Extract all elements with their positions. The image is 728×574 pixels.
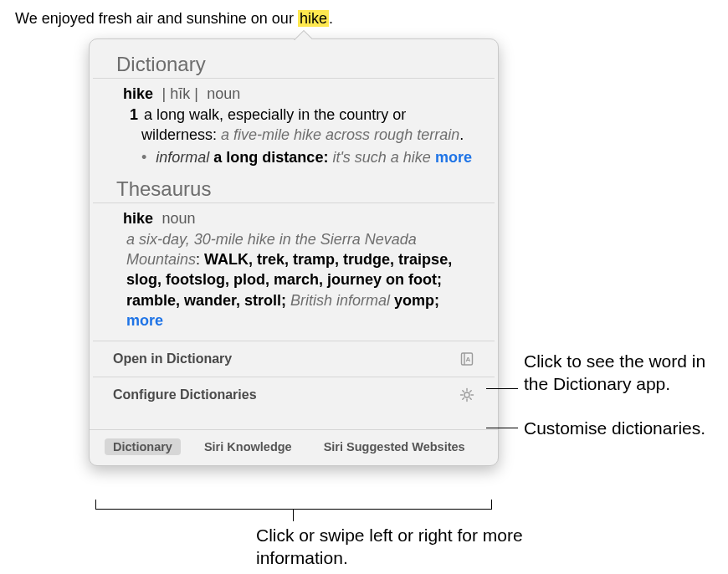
usage-label: informal	[156, 149, 209, 166]
thesaurus-brit-syn: yomp;	[390, 292, 439, 309]
svg-line-10	[470, 391, 472, 392]
sentence-prefix: We enjoyed fresh air and sunshine on our	[15, 10, 298, 27]
subsense-text: a long distance:	[209, 149, 332, 166]
thesaurus-colon: :	[196, 251, 204, 268]
thesaurus-part-of-speech: noun	[156, 210, 195, 227]
dictionary-app-icon: A	[459, 351, 474, 366]
def-period: .	[459, 126, 464, 143]
dictionary-word: hike	[123, 85, 153, 102]
configure-dictionaries-row[interactable]: Configure Dictionaries	[93, 377, 495, 413]
gear-icon	[459, 387, 474, 402]
popover-pointer	[294, 30, 312, 40]
source-tab-bar: Dictionary Siri Knowledge Siri Suggested…	[90, 429, 498, 465]
thesaurus-more-link[interactable]: more	[126, 312, 163, 329]
def-example: a five-mile hike across rough terrain	[221, 126, 459, 143]
thesaurus-body: a six-day, 30-mile hike in the Sierra Ne…	[123, 229, 474, 331]
sentence-suffix: .	[329, 10, 333, 27]
configure-dictionaries-label: Configure Dictionaries	[113, 387, 257, 402]
highlighted-word[interactable]: hike	[298, 10, 329, 27]
dictionary-definition-1: 1 a long walk, especially in the country…	[123, 105, 474, 146]
callout-dictionary-app: Click to see the word in the Dictionary …	[524, 350, 716, 396]
tab-dictionary[interactable]: Dictionary	[105, 438, 181, 455]
thesaurus-brit-label: British informal	[290, 292, 390, 309]
dictionary-part-of-speech: noun	[202, 85, 240, 102]
svg-line-8	[463, 391, 464, 392]
callout-swipe: Click or swipe left or right for more in…	[256, 524, 541, 570]
open-in-dictionary-row[interactable]: Open in Dictionary A	[93, 341, 495, 377]
callout-bracket-stem	[293, 510, 294, 521]
callout-customise: Customise dictionaries.	[524, 417, 708, 439]
subsense-example: it's such a hike	[332, 149, 431, 166]
source-sentence: We enjoyed fresh air and sunshine on our…	[15, 10, 333, 28]
svg-point-3	[464, 392, 469, 397]
callout-line-app	[486, 388, 518, 389]
thesaurus-primary: WALK	[204, 251, 249, 268]
bullet-icon: •	[141, 149, 151, 166]
dictionary-pronunciation: | hīk |	[156, 85, 197, 102]
thesaurus-entry: hike noun a six-day, 30-mile hike in the…	[90, 203, 498, 336]
dictionary-subsense: • informal a long distance: it's such a …	[123, 147, 474, 167]
thesaurus-word: hike	[123, 210, 153, 227]
lookup-popover: Dictionary hike | hīk | noun 1 a long wa…	[89, 38, 499, 466]
tab-siri-knowledge[interactable]: Siri Knowledge	[196, 438, 300, 455]
callout-line-customise	[486, 428, 518, 428]
callout-bracket	[95, 500, 492, 510]
thesaurus-headword-line: hike noun	[123, 210, 474, 228]
dictionary-entry: hike | hīk | noun 1 a long walk, especia…	[90, 79, 498, 172]
thesaurus-section-title: Thesaurus	[93, 172, 495, 203]
def-number: 1	[130, 106, 140, 123]
svg-text:A: A	[466, 356, 471, 363]
dictionary-more-link[interactable]: more	[435, 149, 472, 166]
dictionary-section-title: Dictionary	[93, 48, 495, 79]
svg-line-9	[470, 398, 472, 400]
tab-siri-suggested-websites[interactable]: Siri Suggested Websites	[315, 438, 474, 455]
svg-line-11	[463, 398, 464, 400]
dictionary-headword-line: hike | hīk | noun	[123, 85, 474, 103]
open-in-dictionary-label: Open in Dictionary	[113, 351, 232, 366]
